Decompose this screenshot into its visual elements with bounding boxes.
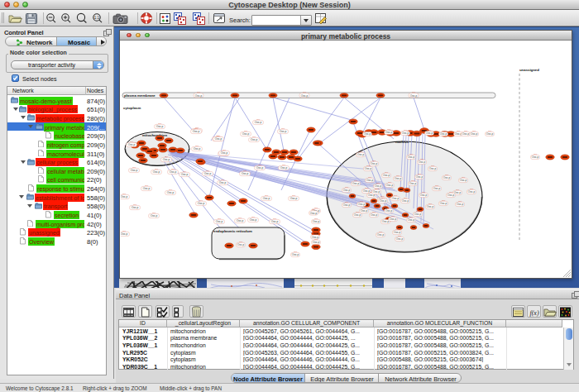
svg-text:Oxx-p: Oxx-p xyxy=(255,121,262,124)
svg-text:Oxx-p: Oxx-p xyxy=(385,209,393,213)
svg-text:Oxx-p: Oxx-p xyxy=(385,131,393,134)
svg-text:Oxx-p: Oxx-p xyxy=(343,203,351,207)
svg-text:Oxx-p: Oxx-p xyxy=(242,132,250,136)
svg-text:f(x): f(x) xyxy=(529,309,538,317)
svg-text:endoplasmic reticulum: endoplasmic reticulum xyxy=(213,229,252,233)
svg-text:nnn: nnn xyxy=(387,207,391,209)
svg-text:Oxx-p: Oxx-p xyxy=(271,220,279,223)
svg-text:Oxx-p: Oxx-p xyxy=(131,169,138,172)
svg-text:Oxx-p: Oxx-p xyxy=(216,220,223,223)
svg-text:Oxx-p: Oxx-p xyxy=(292,253,299,256)
svg-text:nnn: nnn xyxy=(412,91,416,93)
svg-text:Oxx-p: Oxx-p xyxy=(390,218,397,221)
svg-text:Oxx-p: Oxx-p xyxy=(195,94,203,98)
svg-text:nnn: nnn xyxy=(462,176,466,179)
svg-text:Oxx-p: Oxx-p xyxy=(181,173,189,176)
svg-text:Oxx-p: Oxx-p xyxy=(357,153,365,156)
svg-text:nnn: nnn xyxy=(404,197,408,199)
svg-text:nnn: nnn xyxy=(404,129,408,131)
svg-text:nnn: nnn xyxy=(422,191,426,194)
svg-text:nnn: nnn xyxy=(416,210,420,213)
svg-text:nnn: nnn xyxy=(221,179,225,181)
svg-text:nnn: nnn xyxy=(488,130,492,132)
svg-text:Oxx-p: Oxx-p xyxy=(237,219,244,222)
svg-text:nnn: nnn xyxy=(435,184,439,187)
svg-text:nnn: nnn xyxy=(217,135,221,137)
svg-text:nnn: nnn xyxy=(372,211,376,213)
svg-text:Oxx-p: Oxx-p xyxy=(457,203,464,206)
svg-text:nnn: nnn xyxy=(312,208,316,211)
svg-text:nnn: nnn xyxy=(385,171,389,174)
svg-text:nnn: nnn xyxy=(388,181,392,184)
svg-text:Oxx-p: Oxx-p xyxy=(364,132,371,136)
svg-text:Oxx-p: Oxx-p xyxy=(170,170,177,174)
svg-text:nnn: nnn xyxy=(130,141,134,143)
svg-text:nnn: nnn xyxy=(252,136,256,138)
svg-text:Oxx-p: Oxx-p xyxy=(198,202,205,205)
svg-text:Oxx-p: Oxx-p xyxy=(163,158,170,161)
svg-text:1:1: 1:1 xyxy=(94,16,100,20)
svg-text:Oxx-p: Oxx-p xyxy=(280,130,287,133)
svg-text:Oxx-p: Oxx-p xyxy=(410,94,418,98)
svg-text:Oxx-p: Oxx-p xyxy=(460,179,467,182)
svg-text:nnn: nnn xyxy=(456,189,460,191)
svg-text:Oxx-p: Oxx-p xyxy=(343,189,351,192)
svg-text:nnn: nnn xyxy=(534,153,538,155)
svg-text:nnn: nnn xyxy=(294,251,298,253)
svg-text:Oxx-p: Oxx-p xyxy=(383,174,390,177)
svg-text:Oxx-p: Oxx-p xyxy=(310,212,318,215)
svg-text:nnn: nnn xyxy=(258,164,262,166)
svg-text:nnn: nnn xyxy=(273,218,277,220)
svg-text:nnn: nnn xyxy=(376,182,380,184)
svg-text:Oxx-p: Oxx-p xyxy=(151,214,158,218)
svg-text:nnn: nnn xyxy=(314,218,318,220)
svg-text:Oxx-p: Oxx-p xyxy=(462,132,470,136)
svg-text:nnn: nnn xyxy=(194,127,199,130)
svg-text:Oxx-p: Oxx-p xyxy=(373,190,380,194)
svg-text:nnn: nnn xyxy=(158,122,162,125)
svg-text:nnn: nnn xyxy=(132,166,136,169)
svg-text:Oxx-p: Oxx-p xyxy=(377,233,385,237)
svg-text:Oxx-p: Oxx-p xyxy=(486,132,494,136)
svg-text:nnn: nnn xyxy=(442,130,446,132)
svg-text:nucleus: nucleus xyxy=(395,140,409,144)
svg-text:nnn: nnn xyxy=(472,130,476,132)
svg-text:nnn: nnn xyxy=(303,91,307,93)
svg-text:plasma membrane: plasma membrane xyxy=(124,93,156,98)
svg-text:nnn: nnn xyxy=(365,187,369,189)
svg-text:Oxx-p: Oxx-p xyxy=(419,160,426,164)
svg-text:nnn: nnn xyxy=(282,164,286,166)
svg-text:nnn: nnn xyxy=(445,174,449,176)
svg-text:nnn: nnn xyxy=(398,235,402,237)
svg-text:nnn: nnn xyxy=(314,238,318,241)
svg-text:Oxx-p: Oxx-p xyxy=(121,195,127,198)
svg-text:Oxx-p: Oxx-p xyxy=(128,143,136,146)
svg-text:Oxx-p: Oxx-p xyxy=(471,132,478,136)
svg-text:nnn: nnn xyxy=(281,127,285,130)
svg-text:nnn: nnn xyxy=(359,151,363,153)
svg-text:Oxx-p: Oxx-p xyxy=(156,125,164,128)
svg-text:nnn: nnn xyxy=(449,191,453,194)
svg-text:Oxx-p: Oxx-p xyxy=(455,132,462,136)
svg-text:Oxx-p: Oxx-p xyxy=(143,187,151,190)
svg-text:nnn: nnn xyxy=(251,216,256,218)
svg-text:Oxx-p: Oxx-p xyxy=(237,243,245,246)
svg-text:Oxx-p: Oxx-p xyxy=(386,184,394,187)
svg-text:cytoplasm: cytoplasm xyxy=(123,106,141,110)
svg-text:Oxx-p: Oxx-p xyxy=(440,202,447,205)
svg-text:Oxx-p: Oxx-p xyxy=(414,213,422,216)
svg-text:nnn: nnn xyxy=(362,207,366,209)
svg-text:nnn: nnn xyxy=(133,203,137,206)
svg-text:nnn: nnn xyxy=(409,216,414,218)
svg-text:Oxx-p: Oxx-p xyxy=(366,179,374,182)
svg-text:nnn: nnn xyxy=(372,160,376,162)
svg-text:Oxx-p: Oxx-p xyxy=(402,199,409,203)
svg-text:nnn: nnn xyxy=(381,197,385,199)
svg-text:Oxx-p: Oxx-p xyxy=(167,191,175,194)
svg-text:Oxx-p: Oxx-p xyxy=(251,138,258,141)
svg-text:nnn: nnn xyxy=(428,203,433,205)
svg-text:Oxx-p: Oxx-p xyxy=(396,237,404,241)
svg-text:nnn: nnn xyxy=(458,200,462,203)
svg-text:nnn: nnn xyxy=(368,176,372,179)
svg-text:nnn: nnn xyxy=(122,230,127,232)
